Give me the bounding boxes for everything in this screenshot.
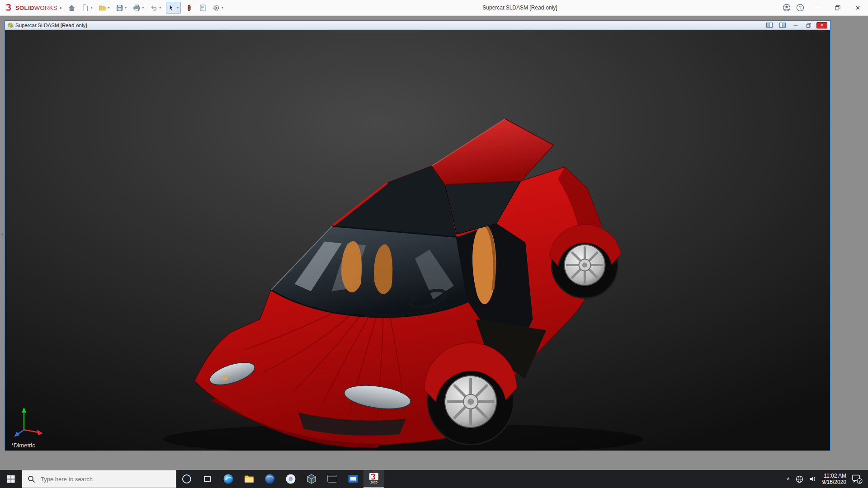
print-dropdown[interactable]: ▼ <box>142 7 144 9</box>
document-close-button[interactable]: ✕ <box>816 22 827 28</box>
document-minimize-button[interactable]: — <box>790 22 801 28</box>
browser-button[interactable] <box>259 470 280 488</box>
file-explorer-icon <box>244 474 255 484</box>
open-dropdown[interactable]: ▼ <box>107 7 110 9</box>
new-document-icon <box>81 4 89 12</box>
front-wheel <box>425 343 517 445</box>
edge-icon <box>223 474 234 484</box>
solidworks-year-label: 2020 <box>370 481 377 484</box>
assembly-document-icon <box>7 22 14 28</box>
select-tool-button[interactable]: ▼ <box>166 2 181 14</box>
menu-flyout-icon[interactable]: ▸ <box>60 5 62 10</box>
search-input[interactable] <box>40 475 166 483</box>
solidworks-logo: SOLIDWORKS <box>5 3 57 12</box>
action-center-button[interactable]: 2 <box>852 474 863 484</box>
cortana-icon <box>182 474 191 483</box>
edge-button[interactable] <box>218 470 239 488</box>
help-button[interactable]: ? <box>793 0 807 16</box>
media-app-button[interactable] <box>343 470 363 488</box>
print-button[interactable]: ▼ <box>132 2 146 14</box>
open-button[interactable]: ▼ <box>97 2 111 14</box>
document-restore-button[interactable] <box>803 22 814 28</box>
start-button[interactable] <box>0 470 22 488</box>
graphics-viewport[interactable]: *Dimetric <box>5 30 830 450</box>
file-properties-button[interactable] <box>198 2 208 14</box>
photos-button[interactable] <box>280 470 301 488</box>
help-icon: ? <box>796 4 804 12</box>
search-icon <box>28 475 35 483</box>
cortana-button[interactable] <box>176 470 197 488</box>
pane-left-icon <box>766 23 773 28</box>
file-explorer-button[interactable] <box>239 470 259 488</box>
document-window: Supercar.SLDASM [Read-only] — <box>5 20 830 451</box>
notification-badge: 2 <box>859 479 861 483</box>
close-icon: ✕ <box>855 5 860 11</box>
svg-text:?: ? <box>799 5 802 10</box>
solidworks-logo-icon <box>5 3 14 12</box>
rebuild-button[interactable] <box>184 2 194 14</box>
undo-dropdown[interactable]: ▼ <box>159 7 161 9</box>
panel-collapse-arrow[interactable]: ‹ <box>0 228 5 240</box>
undo-button[interactable]: ▼ <box>149 2 163 14</box>
solidworks-taskbar-button[interactable]: 2020 <box>363 470 384 488</box>
network-globe-icon[interactable] <box>796 475 803 483</box>
restore-window-button[interactable] <box>827 0 848 16</box>
document-restore-icon <box>807 23 811 28</box>
console-button[interactable] <box>322 470 343 488</box>
home-button[interactable] <box>66 2 77 14</box>
pane-right-toggle-button[interactable] <box>777 22 788 28</box>
brand-wordmark: SOLIDWORKS <box>15 5 57 11</box>
solidworks-taskbar-icon <box>369 473 379 481</box>
windows-taskbar: 2020 ∧ 11:02 AM 9/16/2020 2 <box>0 470 868 488</box>
document-titlebar[interactable]: Supercar.SLDASM [Read-only] — <box>5 21 830 30</box>
pane-left-toggle-button[interactable] <box>764 22 775 28</box>
clock-date: 9/16/2020 <box>822 479 846 485</box>
volume-icon[interactable] <box>809 475 817 483</box>
print-icon <box>133 4 141 12</box>
app-titlebar: SOLIDWORKS ▸ ▼ ▼ ▼ <box>0 0 868 16</box>
restore-icon <box>835 5 840 10</box>
open-folder-icon <box>99 4 106 12</box>
pane-right-icon <box>779 23 786 28</box>
console-icon <box>327 474 338 484</box>
new-document-dropdown[interactable]: ▼ <box>90 7 93 9</box>
brand-works: WORKS <box>34 5 57 11</box>
new-document-button[interactable]: ▼ <box>80 2 94 14</box>
viewer-3d-button[interactable] <box>301 470 322 488</box>
view-orientation-label: *Dimetric <box>11 442 35 449</box>
brand-solid: SOLID <box>15 5 34 11</box>
rear-wheel <box>549 225 621 298</box>
undo-icon <box>150 4 158 12</box>
user-account-icon <box>783 4 791 12</box>
file-properties-icon <box>199 4 207 12</box>
task-view-button[interactable] <box>197 470 218 488</box>
orientation-triad <box>12 404 45 439</box>
minimize-window-button[interactable]: — <box>807 0 827 16</box>
options-gear-icon <box>212 4 220 12</box>
minimize-icon: — <box>815 4 820 10</box>
document-minimize-icon: — <box>794 23 798 28</box>
document-window-controls: — ✕ <box>764 22 828 28</box>
taskbar-search[interactable] <box>22 470 176 488</box>
save-dropdown[interactable]: ▼ <box>124 7 127 9</box>
tray-overflow-button[interactable]: ∧ <box>787 476 790 482</box>
app-title: Supercar.SLDASM [Read-only] <box>172 5 868 11</box>
rebuild-traffic-light-icon <box>185 4 193 12</box>
close-window-button[interactable]: ✕ <box>848 0 868 16</box>
options-dropdown[interactable]: ▼ <box>221 7 224 9</box>
save-button[interactable]: ▼ <box>114 2 128 14</box>
document-close-icon: ✕ <box>820 23 824 28</box>
select-tool-dropdown[interactable]: ▼ <box>176 7 179 9</box>
media-app-icon <box>348 474 359 484</box>
options-button[interactable]: ▼ <box>211 2 225 14</box>
browser-icon <box>264 474 275 484</box>
titlebar-right-controls: ? — ✕ <box>780 0 868 15</box>
taskbar-clock[interactable]: 11:02 AM 9/16/2020 <box>822 473 846 485</box>
supercar-3d-model[interactable] <box>5 30 830 450</box>
account-button[interactable] <box>780 0 793 16</box>
windows-logo-icon <box>7 475 15 483</box>
task-view-icon <box>203 474 212 483</box>
home-icon <box>68 4 75 12</box>
viewer-3d-icon <box>306 474 317 484</box>
save-icon <box>116 4 123 12</box>
